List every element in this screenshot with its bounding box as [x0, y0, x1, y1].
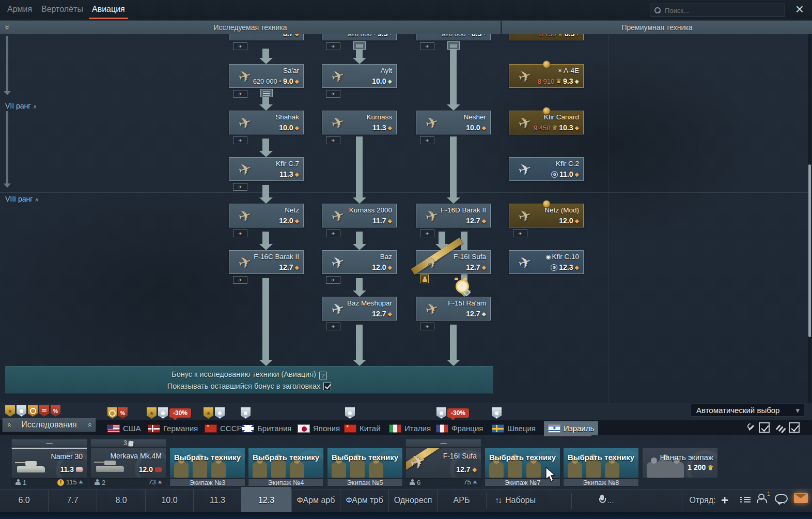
crew-slot-4[interactable]: Выбрать технику: [248, 448, 324, 478]
modifications-option[interactable]: [747, 422, 770, 433]
rank7-label[interactable]: VII ранг∧: [5, 102, 37, 110]
group-stack-icon[interactable]: [260, 89, 273, 97]
slot1-top-bar[interactable]: —: [11, 439, 87, 447]
nation-tab-japan[interactable]: Япония: [293, 421, 344, 435]
premium-medal-icon: [542, 60, 550, 68]
crew-slot-6[interactable]: ✈ F-16I Sufa 12.7◆: [405, 448, 481, 478]
filter-star-badge-icon[interactable]: ★: [5, 405, 15, 417]
br-filter-7-7[interactable]: 7.7: [48, 490, 97, 512]
tree-cell-clipped-2[interactable]: 920 000●9.3▾: [322, 34, 397, 40]
tree-cell-kfir-c2[interactable]: ✈ Kfir C.2 G11.0◆: [509, 157, 584, 181]
br-filter-12-3-selected[interactable]: 12.3: [241, 487, 291, 512]
help-icon[interactable]: ?: [319, 372, 327, 379]
tree-cell-f16i-sufa[interactable]: ✈ F-16I Sufa 12.7◆: [416, 250, 491, 274]
rank8-label[interactable]: VIII ранг∧: [5, 195, 39, 203]
tree-cell-kfir-c10[interactable]: ✈ ◉Kfir C.10 G12.3◆: [509, 250, 584, 274]
modification-badge: ✈: [326, 136, 340, 144]
tab-helicopters[interactable]: Вертолёты: [41, 0, 83, 20]
nation-tab-sweden[interactable]: Швеция: [488, 421, 540, 435]
crew-slot-5[interactable]: Выбрать технику: [327, 448, 403, 478]
collapse-up-icon[interactable]: »: [1, 25, 14, 30]
nation-tab-germany[interactable]: Германия: [144, 421, 202, 435]
mode-farm-arb[interactable]: ФАрм арб: [291, 490, 340, 512]
auto-select-dropdown[interactable]: Автоматический выбор▾: [691, 404, 804, 417]
nation-tab-israel[interactable]: Израиль: [544, 421, 598, 435]
crew-slot-2[interactable]: Merkava Mk.4M 12.0: [90, 448, 166, 478]
bonus-checkbox[interactable]: [323, 383, 331, 390]
slot1-info-bar: 1 !115✳: [11, 478, 87, 486]
nation-tab-france[interactable]: Франция: [432, 421, 487, 435]
tree-cell-f16d-barak2[interactable]: ✈ F-16D Barak II 12.7◆: [416, 204, 491, 227]
tree-cell-netz[interactable]: ✈ Netz 12.0◆: [229, 204, 304, 227]
modifications-checkbox[interactable]: [759, 422, 770, 433]
tree-cell-shahak[interactable]: ✈ Shahak 10.0◆: [229, 111, 304, 134]
weaponry-option[interactable]: [776, 422, 800, 433]
italy-flag-icon: [389, 424, 401, 433]
tree-cell-kfir-c7[interactable]: ✈ Kfir C.7 11.3◆: [229, 157, 304, 181]
separator: [571, 493, 572, 509]
chat-icon[interactable]: [772, 490, 790, 512]
contacts-icon[interactable]: 1: [753, 490, 774, 512]
slot6-top-bar[interactable]: —: [405, 439, 481, 447]
tree-cell-saar[interactable]: ✈ Sa'ar 620 000●9.0◆: [229, 64, 304, 88]
crew-slot-3[interactable]: Выбрать технику: [169, 448, 245, 478]
tree-cell-baz[interactable]: ✈ Baz 12.0◆: [322, 250, 397, 274]
br-filter-11-3[interactable]: 11.3: [193, 490, 241, 512]
connector: [450, 136, 457, 197]
hire-crew-slot[interactable]: Нанять экипаж 1 200 ♛: [642, 448, 718, 478]
slot3-label-bar: Экипаж №3: [169, 478, 245, 486]
chevron-down-icon: ▾: [795, 404, 800, 416]
filter-list-badge-icon[interactable]: [39, 405, 49, 417]
tree-cell-f15i-raam[interactable]: ✈ F-15I Ra'am 12.7◆: [416, 297, 491, 320]
rank7-span-arrow: [6, 36, 8, 91]
sets-button[interactable]: ↑↓Наборы: [488, 490, 570, 512]
close-icon[interactable]: ×: [789, 0, 810, 20]
search-box[interactable]: [650, 4, 785, 17]
research-progress-tab[interactable]: » Исследования »: [2, 418, 96, 432]
tree-cell-baz-meshupar[interactable]: ✈ Baz Meshupar 12.7◆: [322, 297, 397, 320]
filter-bulb-badge-icon[interactable]: [17, 405, 26, 417]
slot2-top-bar[interactable]: 3: [90, 439, 166, 447]
group-stack-icon[interactable]: [447, 41, 460, 50]
scrollbar-track[interactable]: [808, 34, 811, 403]
golden-eagles-icon: ♛: [708, 464, 713, 471]
tree-cell-clipped-1[interactable]: 8.7◆: [229, 34, 304, 40]
tree-cell-clipped-3[interactable]: 920 000●8.3▾: [416, 34, 491, 40]
tree-cell-clipped-premium[interactable]: 8 750♛8.3▾: [509, 34, 584, 40]
br-filter-10-0[interactable]: 10.0: [145, 490, 193, 512]
tree-cell-a4e[interactable]: ✈ ✶A-4E 8 910♛9.3◆: [509, 64, 584, 88]
tree-cell-kfir-canard[interactable]: ✈ Kfir Canard 9 450♛10.3◆: [509, 111, 584, 134]
tree-cell-f16c-barak2[interactable]: ✈ F-16C Barak II 12.7◆: [229, 250, 304, 274]
crew-slot-8[interactable]: Выбрать технику: [563, 448, 639, 478]
mail-icon[interactable]: [790, 490, 811, 512]
connector: [356, 49, 363, 58]
nation-tab-usa[interactable]: США: [103, 421, 145, 435]
filter-percent-badge-icon[interactable]: %: [51, 405, 60, 417]
nation-tab-italy[interactable]: Италия: [385, 421, 435, 435]
squad-add-button[interactable]: +: [715, 490, 734, 512]
tree-cell-kurnass[interactable]: ✈ Kurnass 11.3◆: [322, 111, 397, 134]
battle-log-icon[interactable]: [737, 490, 754, 512]
filter-clock-badge-icon[interactable]: [28, 405, 38, 417]
voice-chat-button[interactable]: ...: [599, 490, 661, 512]
tree-cell-netz-mod[interactable]: ✈ Netz (Mod) 12.0◆: [509, 204, 584, 227]
tree-cell-ayit[interactable]: ✈ Ayit 10.0◆: [322, 64, 397, 88]
crew-slot-1[interactable]: Namer 30 11.3: [11, 448, 87, 478]
tree-cell-nesher[interactable]: ✈ Nesher 10.0◆: [416, 111, 491, 134]
nation-tab-china[interactable]: Китай: [340, 421, 385, 435]
mode-arb[interactable]: АРБ: [437, 490, 486, 512]
group-stack-icon[interactable]: [353, 41, 366, 50]
scrollbar-thumb[interactable]: [808, 164, 811, 337]
search-input[interactable]: [664, 6, 780, 15]
weaponry-checkbox[interactable]: [789, 422, 800, 433]
tab-army[interactable]: Армия: [7, 0, 32, 20]
nation-tab-britain[interactable]: Британия: [238, 421, 295, 435]
connector: [262, 232, 269, 244]
tree-cell-kurnass-2000[interactable]: ✈ Kurnass 2000 11.7◆: [322, 204, 397, 227]
br-filter-8-0[interactable]: 8.0: [97, 490, 145, 512]
aircraft-image: ✈: [509, 248, 541, 276]
tab-aviation[interactable]: Авиация: [92, 0, 125, 20]
br-filter-6-0[interactable]: 6.0: [0, 490, 48, 512]
mode-odnoresp[interactable]: Одноресп: [388, 490, 437, 512]
mode-farm-trb[interactable]: ФАрм трб: [340, 490, 388, 512]
